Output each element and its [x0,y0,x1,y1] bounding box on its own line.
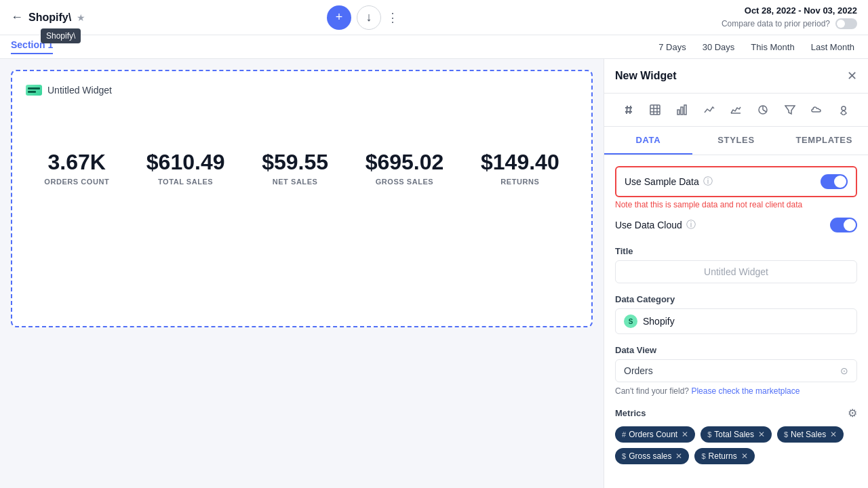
gear-icon[interactable]: ⚙ [848,407,857,420]
sample-data-help-icon[interactable]: ⓘ [703,176,713,188]
data-view-label: Data View [615,345,857,355]
sample-data-text: Use Sample Data [625,176,699,187]
metric-gross-sales-value: $695.02 [366,150,444,175]
widget-logo [26,85,42,96]
marketplace-hint: Can't find your field? Please check the … [615,386,857,396]
icon-toolbar [604,94,868,127]
line-chart-icon[interactable] [698,99,720,121]
svg-rect-1 [28,91,36,93]
svg-rect-13 [684,105,686,115]
panel-title: New Widget [615,70,677,82]
right-panel: New Widget ✕ [604,59,868,488]
metric-tag-total-sales-label: Total Sales [714,430,754,439]
metric-net-sales-label: NET SALES [262,178,328,186]
time-filter-lastmonth[interactable]: Last Month [808,41,857,54]
metric-tag-returns-close[interactable]: ✕ [741,451,748,461]
data-category-value: Shopify [643,316,675,327]
metric-returns-value: $149.40 [481,150,559,175]
svg-rect-11 [677,110,679,115]
tab-data[interactable]: DATA [604,127,692,155]
metric-tag-total-sales-close[interactable]: ✕ [758,430,765,439]
data-cloud-text: Use Data Cloud [615,220,682,230]
bar-chart-icon[interactable] [671,99,693,121]
area-chart-icon[interactable] [725,99,747,121]
tab-styles[interactable]: STYLES [692,127,781,155]
metrics-section: Metrics ⚙ # Orders Count ✕ $ Total Sales… [615,407,857,464]
header-right: Oct 28, 2022 - Nov 03, 2022 Compare data… [722,5,857,29]
metric-tag-gross-sales-close[interactable]: ✕ [675,451,682,461]
table-icon[interactable] [644,99,666,121]
widget-container[interactable]: Untitled Widget 3.67K ORDERS COUNT $610.… [11,70,593,327]
metric-tag-dollar-4-icon: $ [701,452,705,460]
metrics-label: Metrics [615,408,646,418]
metric-total-sales: $610.49 TOTAL SALES [146,150,225,186]
metric-tag-dollar-2-icon: $ [784,430,788,439]
cloud-icon[interactable] [806,99,827,121]
marketplace-link[interactable]: Please check the marketplace [691,386,800,396]
sample-data-label: Use Sample Data ⓘ [625,176,713,188]
main: Untitled Widget 3.67K ORDERS COUNT $610.… [0,59,868,488]
metric-tag-net-sales-label: Net Sales [791,430,826,439]
data-category-section: Data Category S Shopify [615,294,857,334]
svg-line-5 [630,106,631,114]
compare-toggle[interactable] [835,18,857,29]
shopify-tooltip: Shopify\ [41,28,81,43]
svg-marker-18 [785,106,795,114]
metric-tag-dollar-3-icon: $ [622,452,626,460]
pie-chart-icon[interactable] [752,99,774,121]
shopify-dot: S [624,314,637,328]
back-button[interactable]: ← [11,10,23,24]
metric-tag-net-sales-close[interactable]: ✕ [830,430,837,439]
data-view-value: Orders [624,365,653,376]
star-icon[interactable]: ★ [77,12,85,23]
time-filter-30days[interactable]: 30 Days [700,41,738,54]
metric-tag-orders-label: Orders Count [629,430,677,439]
location-toolbar-icon[interactable] [833,99,854,121]
sample-data-note: Note that this is sample data and not re… [615,200,857,209]
widget-title: Untitled Widget [47,85,112,96]
header: ← Shopify\ ★ Shopify\ + ↓ ⋮ Oct 28, 2022… [0,0,868,35]
date-range: Oct 28, 2022 - Nov 03, 2022 [745,5,857,16]
title-input[interactable] [615,260,857,283]
title-section: Title [615,246,857,283]
metrics-tags: # Orders Count ✕ $ Total Sales ✕ $ Net S… [615,426,857,464]
hash-icon[interactable] [618,99,639,121]
metric-orders-value: 3.67K [44,150,109,175]
header-left: ← Shopify\ ★ Shopify\ [11,10,85,24]
metric-net-sales: $59.55 NET SALES [262,150,328,186]
tab-templates[interactable]: TEMPLATES [780,127,868,155]
more-options-button[interactable]: ⋮ [387,10,399,25]
metric-tag-gross-sales-label: Gross sales [629,451,671,461]
metric-tag-returns-label: Returns [709,451,737,461]
data-category-input[interactable]: S Shopify [615,308,857,334]
metric-tag-hash-icon: # [622,430,626,439]
svg-rect-6 [650,105,660,115]
metrics-row: 3.67K ORDERS COUNT $610.49 TOTAL SALES $… [26,150,578,186]
data-cloud-help-icon[interactable]: ⓘ [686,219,696,231]
metric-tag-orders-close[interactable]: ✕ [682,430,688,439]
widget-header: Untitled Widget [26,85,578,96]
add-button[interactable]: + [327,5,351,30]
download-button[interactable]: ↓ [357,5,381,30]
location-icon: ⊙ [840,365,848,376]
svg-line-4 [627,106,627,114]
time-filter-thismonth[interactable]: This Month [748,41,797,54]
page-title: Shopify\ [28,12,71,24]
svg-line-17 [763,110,766,112]
panel-tabs: DATA STYLES TEMPLATES [604,127,868,155]
sample-data-toggle[interactable] [821,174,848,189]
compare-row: Compare data to prior period? [722,18,857,29]
metric-tag-returns: $ Returns ✕ [694,448,754,464]
data-view-input[interactable]: Orders ⊙ [615,359,857,382]
data-view-section: Data View Orders ⊙ Can't find your field… [615,345,857,396]
time-filter-7days[interactable]: 7 Days [656,41,688,54]
time-filters: 7 Days 30 Days This Month Last Month [656,41,857,54]
panel-header: New Widget ✕ [604,59,868,94]
close-button[interactable]: ✕ [847,68,857,83]
title-label: Title [615,246,857,256]
metric-tag-net-sales: $ Net Sales ✕ [777,426,844,443]
sub-header: Section 1 7 Days 30 Days This Month Last… [0,35,868,59]
data-cloud-toggle[interactable] [830,218,857,232]
filter-icon[interactable] [779,99,801,121]
panel-content: Use Sample Data ⓘ Note that this is samp… [604,155,868,488]
